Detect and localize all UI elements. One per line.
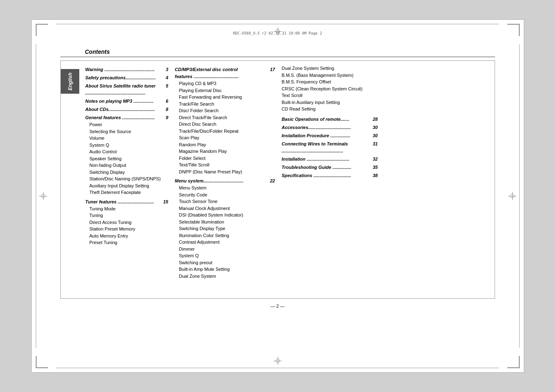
toc-sub-bms: B.M.S. (Bass Management System) — [282, 72, 378, 79]
toc-sub-power: Power — [85, 121, 168, 128]
toc-label: Installation Procedure ................ — [282, 132, 350, 139]
toc-page: 32 — [373, 156, 378, 163]
toc-sub-magazine-random: Magazine Random Play — [175, 148, 275, 155]
toc-label: CD/MP3/External disc controlfeatures ...… — [175, 66, 239, 80]
toc-label: Connecting Wires to Terminals...........… — [282, 141, 348, 154]
toc-column-2: CD/MP3/External disc controlfeatures ...… — [172, 65, 279, 294]
toc-entry-cds: About CDs...............................… — [85, 106, 168, 113]
toc-sub-illum-color: Illumination Color Setting — [175, 232, 275, 239]
toc-sub-dnpp: DNPP (Disc Name Preset Play) — [175, 168, 275, 175]
toc-sub-crsc: CRSC (Clean Reception System Circuit) — [282, 85, 378, 92]
print-mark-bottom — [56, 368, 499, 368]
toc-sub-station-preset: Station Preset Memory — [85, 226, 168, 233]
content-area: Contents English Warning ...............… — [60, 48, 495, 352]
corner-mark-bl — [36, 356, 48, 368]
toc-page: 3 — [166, 66, 168, 73]
toc-sub-menu-system: Menu System — [175, 184, 275, 191]
toc-sub-direct-access: Direct Access Tuning — [85, 219, 168, 226]
toc-label: Accessories.............................… — [282, 124, 351, 131]
toc-label: Installation ...........................… — [282, 156, 350, 163]
toc-sub-builtin-aux: Built-in Auxiliary input Setting — [282, 99, 378, 106]
page-wrapper: KDC-X569_U.S r2 02.10.31 10:08 AM Page 2… — [0, 0, 555, 392]
toc-sub-switching-display: Switching Display — [85, 169, 168, 176]
crosshair-left — [39, 192, 47, 200]
print-mark-left — [36, 44, 36, 348]
toc-label: Safety precautions......................… — [85, 74, 156, 81]
page-title: Contents — [60, 48, 495, 55]
toc-label: About Sirius Satellite radio tuner......… — [85, 83, 156, 97]
toc-entry-installation-proc: Installation Procedure ................ … — [282, 132, 378, 139]
toc-entry-installation: Installation ...........................… — [282, 156, 378, 163]
toc-sub-snps: Station/Disc Naming (SNPS/DNPS) — [85, 175, 168, 182]
print-mark-right — [519, 44, 520, 348]
toc-page: 31 — [373, 141, 378, 154]
toc-sub-selectable-illum: Selectable Illumination — [175, 219, 275, 226]
toc-sub-audio: Audio Control — [85, 148, 168, 155]
toc-page: 17 — [270, 66, 275, 80]
toc-sub-text-scroll2: Text Scroll — [282, 92, 378, 99]
toc-entry-cd: CD/MP3/External disc controlfeatures ...… — [175, 66, 275, 80]
toc-sub-bms-freq: B.M.S. Frequency Offset — [282, 78, 378, 85]
toc-sub-playing-ext: Playing External Disc — [175, 87, 275, 94]
toc-sub-nonfading: Non-fading Output — [85, 162, 168, 169]
language-label: English — [61, 69, 79, 94]
toc-columns: Warning ................................… — [81, 65, 495, 294]
toc-page: 15 — [163, 198, 168, 205]
corner-mark-br — [507, 356, 520, 368]
toc-entry-basic-ops: Basic Operations of remote....... 28 — [282, 116, 378, 123]
toc-page: 28 — [373, 116, 378, 123]
toc-sub-fast-forward: Fast Forwarding and Reversing — [175, 94, 275, 101]
toc-sub-source: Selecting the Source — [85, 128, 168, 135]
toc-entry-warning: Warning ................................… — [85, 66, 168, 73]
toc-sub-text-scroll: Text/Title Scroll — [175, 161, 275, 168]
toc-entry-general: General features .......................… — [85, 114, 168, 121]
toc-entry-connecting: Connecting Wires to Terminals...........… — [282, 141, 378, 154]
toc-sub-builtin-amp: Built-in Amp Mute Setting — [175, 266, 275, 273]
toc-column-3: Dual Zone System Setting B.M.S. (Bass Ma… — [279, 65, 381, 294]
toc-sub-disc-folder: Disc/ Folder Search — [175, 107, 275, 114]
toc-sub-dsi: DSI (Disabled System Indicator) — [175, 212, 275, 219]
toc-column-1: Warning ................................… — [81, 65, 172, 294]
toc-sub-direct-track: Direct Track/File Search — [175, 114, 275, 121]
toc-sub-touch-sensor: Touch Sensor Tone — [175, 198, 275, 205]
toc-sub-cd-read: CD Read Setting — [282, 106, 378, 113]
toc-entry-specifications: Specifications .........................… — [282, 172, 378, 179]
toc-sub-switching-display-type: Switching Display Type — [175, 225, 275, 232]
toc-sub-theft: Theft Deterrent Faceplate — [85, 189, 168, 196]
header-divider — [60, 57, 495, 57]
toc-sub-playing-cd: Playing CD & MP3 — [175, 80, 275, 87]
toc-page: 22 — [270, 178, 275, 184]
toc-label: Tuner features .........................… — [85, 198, 154, 205]
corner-mark-tr — [507, 24, 520, 36]
toc-label: About CDs...............................… — [85, 106, 155, 113]
toc-page: 30 — [373, 124, 378, 131]
toc-page: 9 — [166, 114, 168, 121]
toc-sub-systemq: System Q — [85, 142, 168, 149]
toc-sub-folder-select: Folder Select — [175, 155, 275, 162]
toc-sub-switching-preout: Switching preout — [175, 259, 275, 266]
toc-label: Notes on playing MP3 ................ — [85, 98, 154, 105]
toc-sub-speaker: Speaker Setting — [85, 155, 168, 162]
page-number: — 2 — — [60, 304, 495, 309]
toc-label: Specifications .........................… — [282, 172, 351, 179]
toc-sub-dual-zone-setting: Dual Zone System Setting — [282, 65, 378, 72]
toc-sub-random: Random Play — [175, 141, 275, 148]
toc-sub-scan: Scan Play — [175, 134, 275, 141]
toc-sub-auto-memory: Auto Memory Entry — [85, 233, 168, 240]
toc-sub-tuning: Tuning — [85, 212, 168, 219]
crosshair-bottom — [274, 357, 282, 365]
filename-text: KDC-X569_U.S r2 02.10.31 10:08 AM Page 2 — [233, 31, 322, 35]
toc-sub-security: Security Code — [175, 191, 275, 198]
toc-page: 38 — [373, 172, 378, 179]
toc-entry-sirius: About Sirius Satellite radio tuner......… — [85, 83, 168, 97]
page-inner: KDC-X569_U.S r2 02.10.31 10:08 AM Page 2… — [31, 19, 524, 373]
toc-sub-direct-disc: Direct Disc Search — [175, 121, 275, 128]
toc-label: Warning ................................… — [85, 66, 155, 73]
toc-sub-track-search: Track/File Search — [175, 101, 275, 108]
toc-label: Menu system.............................… — [175, 178, 244, 184]
toc-entry-safety: Safety precautions......................… — [85, 74, 168, 81]
toc-sub-tuning-mode: Tuning Mode — [85, 205, 168, 212]
toc-sub-preset-tuning: Preset Tuning — [85, 239, 168, 246]
toc-page: 8 — [166, 106, 168, 113]
toc-entry-mp3: Notes on playing MP3 ................ 6 — [85, 98, 168, 105]
